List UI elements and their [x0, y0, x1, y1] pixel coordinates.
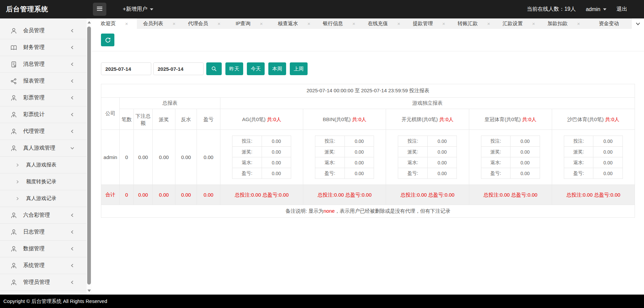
last-week-button[interactable]: 上周: [290, 62, 308, 75]
sidebar-item-live-games[interactable]: 真人游戏管理: [0, 140, 87, 157]
stat-value: 0.00: [427, 136, 457, 147]
tab-label: 在线充值: [368, 20, 388, 27]
sidebar-subitem-label: 真人游戏报表: [26, 162, 56, 168]
tab-bank-info[interactable]: 银行信息×: [317, 18, 362, 29]
close-icon[interactable]: ×: [218, 21, 221, 27]
company-column-header: 公司: [101, 98, 120, 130]
stat-label: 投注:: [564, 136, 593, 147]
games-group-header: 游戏独立报表: [220, 98, 635, 109]
date-from-input[interactable]: [101, 62, 151, 75]
sidebar-item-system[interactable]: 系统管理: [0, 257, 87, 274]
scroll-up-arrow-icon[interactable]: [88, 21, 91, 23]
sidebar-item-data-manage[interactable]: 数据管理: [0, 241, 87, 257]
summary-game-ag: 总投注:0.00 总盈亏:0.00: [220, 185, 303, 205]
sidebar-subitem-quota-convert-log[interactable]: 额度转换记录: [0, 173, 87, 190]
sidebar-item-messages[interactable]: 消息管理: [0, 56, 87, 73]
company-data-row: admin 0 0.00 0.00 0.00 0.00 投注:0.00 派奖:0…: [101, 130, 635, 185]
close-icon[interactable]: ×: [125, 21, 128, 27]
refresh-button[interactable]: [101, 34, 114, 46]
user-menu[interactable]: admin: [586, 6, 606, 12]
report-title: 2025-07-14 00:00:00 至 2025-07-14 23:59:5…: [101, 84, 635, 98]
sidebar-item-finance[interactable]: 财务管理: [0, 39, 87, 56]
close-icon[interactable]: ×: [397, 21, 400, 27]
stat-value: 0.00: [262, 157, 291, 168]
user-tie-icon: [10, 212, 17, 219]
scrollbar-thumb[interactable]: [87, 27, 91, 285]
stat-label: 盈亏:: [232, 168, 262, 179]
summary-row: 合计 0 0.00 0.00 0.00 0.00 总投注:0.00 总盈亏:0.…: [101, 185, 635, 205]
yesterday-button[interactable]: 昨天: [225, 62, 243, 75]
sidebar-item-agents[interactable]: 代理管理: [0, 123, 87, 140]
col-game-crown-sports: 皇冠体育(共0笔) 共:0人: [469, 109, 552, 130]
content-area: 欢迎页× 会员列表× 代理会员× IP查询× 核查返水× 银行信息× 在线充值×…: [92, 18, 644, 295]
logout-button[interactable]: 退出: [616, 6, 627, 13]
report-table-wrap: 2025-07-14 00:00:00 至 2025-07-14 23:59:5…: [101, 84, 635, 218]
sidebar-item-label: 系统管理: [23, 262, 70, 269]
tab-add-deduct-funds[interactable]: 加款扣款×: [541, 18, 586, 29]
tab-agent-members[interactable]: 代理会员×: [182, 18, 227, 29]
close-icon[interactable]: ×: [532, 21, 535, 27]
chevron-down-icon: [635, 21, 641, 27]
col-profit: 盈亏: [197, 109, 220, 130]
sidebar-item-label: 报表管理: [23, 78, 70, 85]
sidebar-item-admins[interactable]: 管理员管理: [0, 274, 87, 291]
tab-label: 汇款设置: [503, 20, 523, 27]
caret-down-icon: [603, 8, 606, 10]
tab-online-deposit[interactable]: 在线充值×: [362, 18, 407, 29]
summary-payout: 0.00: [153, 185, 175, 205]
stat-value: 0.00: [511, 136, 540, 147]
report-title-row: 2025-07-14 00:00:00 至 2025-07-14 23:59:5…: [101, 84, 635, 98]
tab-fund-changes[interactable]: 资金变动: [586, 18, 631, 29]
sidebar-item-lhc-manage[interactable]: 六合彩管理: [0, 207, 87, 224]
tab-label: 欢迎页: [101, 20, 116, 27]
scroll-down-arrow-icon[interactable]: [88, 290, 91, 292]
stat-label: 投注:: [481, 136, 511, 147]
sidebar-item-lottery-stats[interactable]: 彩票统计: [0, 106, 87, 123]
close-icon[interactable]: ×: [308, 21, 311, 27]
sidebar-item-members[interactable]: 会员管理: [0, 22, 87, 39]
user-tie-icon: [10, 94, 17, 102]
tab-ip-query[interactable]: IP查询×: [227, 18, 272, 29]
today-button[interactable]: 今天: [247, 62, 265, 75]
stat-label: 盈亏:: [398, 168, 428, 179]
tab-list-dropdown-button[interactable]: [631, 18, 644, 29]
sidebar-toggle-button[interactable]: [93, 3, 106, 16]
sidebar-subitem-live-game-records[interactable]: 真人游戏记录: [0, 190, 87, 207]
close-icon[interactable]: ×: [260, 21, 263, 27]
close-icon[interactable]: ×: [577, 21, 580, 27]
stat-value: 0.00: [262, 147, 291, 157]
sidebar-item-lottery-manage[interactable]: 彩票管理: [0, 90, 87, 106]
tab-welcome[interactable]: 欢迎页×: [92, 18, 137, 29]
close-icon[interactable]: ×: [173, 21, 176, 27]
summary-game-saba: 总投注:0.00 总盈亏:0.00: [552, 185, 635, 205]
tab-remit-settings[interactable]: 汇款设置×: [496, 18, 541, 29]
tab-member-list[interactable]: 会员列表×: [137, 18, 182, 29]
chevron-left-icon: [70, 129, 74, 134]
share-nodes-icon: [10, 78, 17, 85]
close-icon[interactable]: ×: [442, 21, 445, 27]
date-to-input[interactable]: [153, 62, 204, 75]
sidebar-item-reports[interactable]: 报表管理: [0, 73, 87, 90]
summary-profit: 0.00: [197, 185, 220, 205]
tab-rebate-check[interactable]: 核查返水×: [272, 18, 317, 29]
sidebar-item-label: 六合彩管理: [23, 212, 70, 219]
search-button[interactable]: [206, 62, 222, 75]
chevron-left-icon: [70, 112, 74, 117]
sidebar-item-logs[interactable]: 日志管理: [0, 224, 87, 241]
tab-withdraw-manage[interactable]: 提款管理×: [407, 18, 451, 29]
chevron-left-icon: [70, 29, 74, 33]
app-title: 后台管理系统: [6, 5, 48, 14]
stat-label: 派奖:: [398, 147, 428, 157]
new-user-dropdown[interactable]: +新增用户: [123, 0, 153, 18]
sidebar-subitem-live-game-report[interactable]: 真人游戏报表: [0, 157, 87, 173]
this-week-button[interactable]: 本周: [268, 62, 286, 75]
stat-value: 0.00: [262, 136, 291, 147]
sidebar-nav: 会员管理 财务管理 消息管理 报表管理 彩票管理 彩票统计: [0, 18, 87, 295]
user-tie-icon: [10, 111, 17, 118]
stat-label: 派奖:: [315, 147, 345, 157]
close-icon[interactable]: ×: [353, 21, 356, 27]
tab-transfer-remit[interactable]: 转账汇款×: [451, 18, 496, 29]
stat-value: 0.00: [593, 147, 623, 157]
close-icon[interactable]: ×: [487, 21, 490, 27]
stat-value: 0.00: [262, 168, 291, 179]
